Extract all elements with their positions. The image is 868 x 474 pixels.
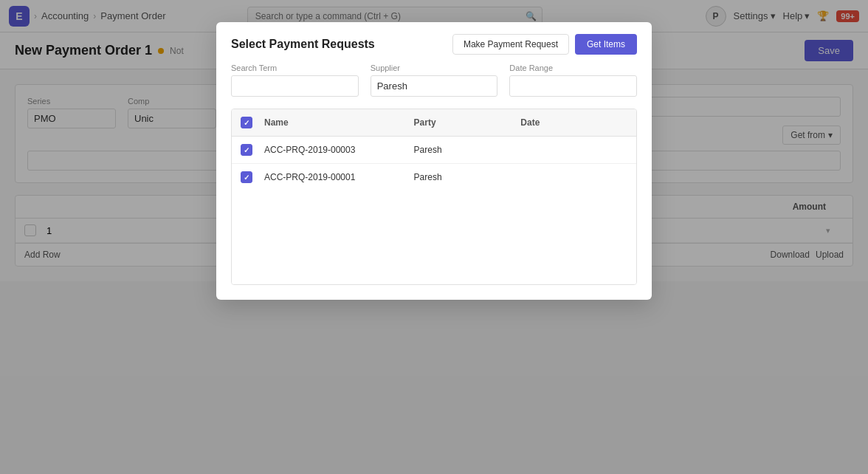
modal-header-actions: Make Payment Request Get Items (452, 34, 637, 55)
supplier-group: Supplier (371, 63, 498, 97)
supplier-label: Supplier (371, 63, 498, 72)
modal-filters: Search Term Supplier Date Range (216, 63, 652, 109)
date-range-input[interactable] (509, 75, 637, 97)
modal-col-name-header: Name (264, 117, 414, 128)
row-1-party: Paresh (414, 145, 521, 155)
row-1-checkbox[interactable]: ✓ (241, 144, 252, 156)
get-items-button[interactable]: Get Items (575, 34, 637, 55)
modal-footer-space (216, 285, 652, 300)
search-term-input[interactable] (231, 75, 359, 97)
modal-table-header: ✓ Name Party Date (232, 109, 636, 137)
modal-header: Select Payment Requests Make Payment Req… (216, 22, 652, 63)
row-2-party: Paresh (414, 172, 521, 182)
search-term-group: Search Term (231, 63, 359, 97)
make-payment-button[interactable]: Make Payment Request (452, 34, 569, 55)
modal-title: Select Payment Requests (231, 38, 375, 51)
search-term-label: Search Term (231, 63, 359, 72)
modal-col-party-header: Party (414, 117, 521, 128)
row-2-checkbox[interactable]: ✓ (241, 171, 252, 183)
date-range-label: Date Range (509, 63, 637, 72)
modal-header-check: ✓ (241, 117, 264, 128)
modal-overlay[interactable]: Select Payment Requests Make Payment Req… (0, 0, 868, 474)
modal-table-row: ✓ ACC-PRQ-2019-00001 Paresh (232, 164, 636, 190)
modal-col-date-header: Date (520, 117, 627, 128)
modal-table: ✓ Name Party Date ✓ ACC-PRQ-2019-00003 (231, 109, 637, 285)
modal-table-body: ✓ ACC-PRQ-2019-00003 Paresh ✓ ACC-PRQ-20… (232, 137, 636, 284)
modal-table-row: ✓ ACC-PRQ-2019-00003 Paresh (232, 137, 636, 164)
date-range-group: Date Range (509, 63, 637, 97)
row-1-check: ✓ (241, 144, 264, 156)
modal: Select Payment Requests Make Payment Req… (216, 22, 652, 300)
select-all-checkbox[interactable]: ✓ (241, 117, 252, 128)
row-1-name: ACC-PRQ-2019-00003 (264, 145, 414, 155)
row-2-name: ACC-PRQ-2019-00001 (264, 172, 414, 182)
row-2-check: ✓ (241, 171, 264, 183)
supplier-input[interactable] (371, 75, 498, 97)
